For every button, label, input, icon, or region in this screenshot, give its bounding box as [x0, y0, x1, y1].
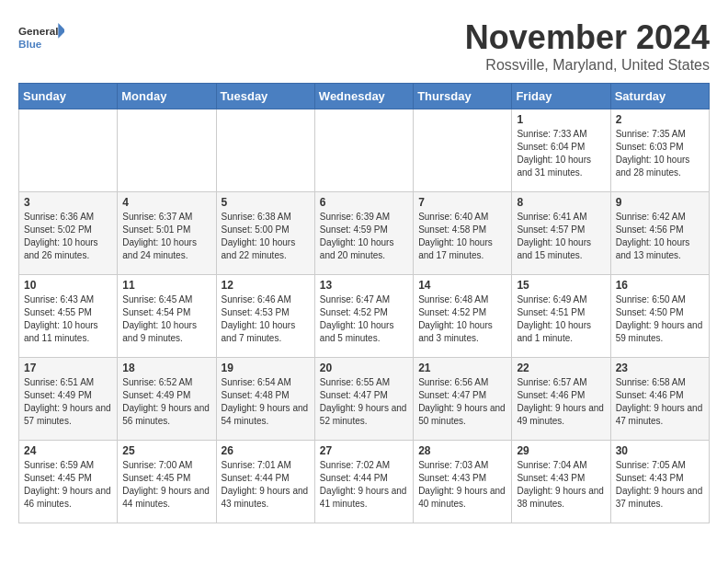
- day-number: 16: [616, 279, 704, 292]
- day-info: Sunrise: 6:50 AM Sunset: 4:50 PM Dayligh…: [616, 293, 704, 345]
- day-info: Sunrise: 6:51 AM Sunset: 4:49 PM Dayligh…: [24, 376, 112, 428]
- day-number: 20: [320, 362, 408, 374]
- table-row: 24Sunrise: 6:59 AM Sunset: 4:45 PM Dayli…: [19, 441, 118, 523]
- header: General Blue November 2024 Rossville, Ma…: [18, 18, 710, 74]
- day-info: Sunrise: 6:52 AM Sunset: 4:49 PM Dayligh…: [122, 376, 210, 428]
- table-row: [414, 109, 512, 192]
- calendar-week-row: 10Sunrise: 6:43 AM Sunset: 4:55 PM Dayli…: [19, 275, 710, 358]
- table-row: 27Sunrise: 7:02 AM Sunset: 4:44 PM Dayli…: [314, 441, 413, 523]
- table-row: 23Sunrise: 6:58 AM Sunset: 4:46 PM Dayli…: [610, 358, 709, 441]
- day-number: 10: [24, 279, 112, 292]
- table-row: 6Sunrise: 6:39 AM Sunset: 4:59 PM Daylig…: [314, 192, 413, 275]
- table-row: [19, 109, 118, 192]
- day-info: Sunrise: 7:02 AM Sunset: 4:44 PM Dayligh…: [320, 459, 408, 511]
- day-number: 7: [418, 196, 506, 209]
- table-row: 20Sunrise: 6:55 AM Sunset: 4:47 PM Dayli…: [314, 358, 413, 441]
- table-row: 16Sunrise: 6:50 AM Sunset: 4:50 PM Dayli…: [610, 275, 709, 358]
- day-number: 14: [418, 279, 506, 292]
- svg-text:Blue: Blue: [18, 38, 42, 50]
- day-info: Sunrise: 7:00 AM Sunset: 4:45 PM Dayligh…: [122, 459, 210, 511]
- day-number: 27: [320, 444, 408, 457]
- subtitle: Rossville, Maryland, United States: [465, 57, 710, 74]
- header-tuesday: Tuesday: [216, 84, 314, 109]
- day-info: Sunrise: 6:39 AM Sunset: 4:59 PM Dayligh…: [320, 211, 408, 262]
- day-number: 24: [24, 444, 112, 457]
- table-row: 19Sunrise: 6:54 AM Sunset: 4:48 PM Dayli…: [216, 358, 314, 441]
- day-number: 5: [222, 196, 310, 209]
- calendar-week-row: 17Sunrise: 6:51 AM Sunset: 4:49 PM Dayli…: [19, 358, 710, 441]
- day-info: Sunrise: 6:45 AM Sunset: 4:54 PM Dayligh…: [122, 293, 210, 345]
- day-info: Sunrise: 6:47 AM Sunset: 4:52 PM Dayligh…: [320, 293, 408, 345]
- day-number: 25: [122, 444, 210, 457]
- table-row: 26Sunrise: 7:01 AM Sunset: 4:44 PM Dayli…: [216, 441, 314, 523]
- calendar-table: Sunday Monday Tuesday Wednesday Thursday…: [18, 83, 710, 523]
- header-sunday: Sunday: [19, 84, 118, 109]
- table-row: 13Sunrise: 6:47 AM Sunset: 4:52 PM Dayli…: [314, 275, 413, 358]
- table-row: 29Sunrise: 7:04 AM Sunset: 4:43 PM Dayli…: [512, 441, 610, 523]
- day-info: Sunrise: 6:36 AM Sunset: 5:02 PM Dayligh…: [24, 211, 112, 262]
- day-info: Sunrise: 6:49 AM Sunset: 4:51 PM Dayligh…: [517, 293, 605, 345]
- calendar-week-row: 1Sunrise: 7:33 AM Sunset: 6:04 PM Daylig…: [19, 109, 710, 192]
- day-info: Sunrise: 6:46 AM Sunset: 4:53 PM Dayligh…: [222, 293, 310, 345]
- day-info: Sunrise: 6:40 AM Sunset: 4:58 PM Dayligh…: [418, 211, 506, 262]
- day-info: Sunrise: 6:48 AM Sunset: 4:52 PM Dayligh…: [418, 293, 506, 345]
- day-info: Sunrise: 7:05 AM Sunset: 4:43 PM Dayligh…: [616, 459, 704, 511]
- day-info: Sunrise: 7:01 AM Sunset: 4:44 PM Dayligh…: [222, 459, 310, 511]
- header-saturday: Saturday: [610, 84, 709, 109]
- logo: General Blue: [18, 18, 64, 55]
- day-info: Sunrise: 6:41 AM Sunset: 4:57 PM Dayligh…: [517, 211, 605, 262]
- day-number: 2: [616, 113, 704, 126]
- header-thursday: Thursday: [414, 84, 512, 109]
- table-row: 21Sunrise: 6:56 AM Sunset: 4:47 PM Dayli…: [414, 358, 512, 441]
- day-info: Sunrise: 6:42 AM Sunset: 4:56 PM Dayligh…: [616, 211, 704, 262]
- day-info: Sunrise: 6:58 AM Sunset: 4:46 PM Dayligh…: [616, 376, 704, 428]
- table-row: 30Sunrise: 7:05 AM Sunset: 4:43 PM Dayli…: [610, 441, 709, 523]
- table-row: [314, 109, 413, 192]
- day-number: 19: [222, 362, 310, 374]
- table-row: 18Sunrise: 6:52 AM Sunset: 4:49 PM Dayli…: [118, 358, 216, 441]
- calendar-week-row: 24Sunrise: 6:59 AM Sunset: 4:45 PM Dayli…: [19, 441, 710, 523]
- day-number: 11: [122, 279, 210, 292]
- table-row: 14Sunrise: 6:48 AM Sunset: 4:52 PM Dayli…: [414, 275, 512, 358]
- day-info: Sunrise: 6:43 AM Sunset: 4:55 PM Dayligh…: [24, 293, 112, 345]
- table-row: 4Sunrise: 6:37 AM Sunset: 5:01 PM Daylig…: [118, 192, 216, 275]
- header-monday: Monday: [118, 84, 216, 109]
- calendar-header-row: Sunday Monday Tuesday Wednesday Thursday…: [19, 84, 710, 109]
- table-row: 15Sunrise: 6:49 AM Sunset: 4:51 PM Dayli…: [512, 275, 610, 358]
- day-number: 4: [122, 196, 210, 209]
- table-row: 12Sunrise: 6:46 AM Sunset: 4:53 PM Dayli…: [216, 275, 314, 358]
- svg-text:General: General: [18, 25, 58, 37]
- day-number: 22: [517, 362, 605, 374]
- header-friday: Friday: [512, 84, 610, 109]
- day-number: 3: [24, 196, 112, 209]
- table-row: 22Sunrise: 6:57 AM Sunset: 4:46 PM Dayli…: [512, 358, 610, 441]
- day-number: 29: [517, 444, 605, 457]
- day-info: Sunrise: 7:35 AM Sunset: 6:03 PM Dayligh…: [616, 128, 704, 179]
- title-area: November 2024 Rossville, Maryland, Unite…: [465, 18, 710, 74]
- main-title: November 2024: [465, 18, 710, 57]
- day-number: 17: [24, 362, 112, 374]
- day-number: 15: [517, 279, 605, 292]
- day-number: 28: [418, 444, 506, 457]
- logo-svg: General Blue: [18, 18, 64, 55]
- day-number: 18: [122, 362, 210, 374]
- table-row: 7Sunrise: 6:40 AM Sunset: 4:58 PM Daylig…: [414, 192, 512, 275]
- day-number: 26: [222, 444, 310, 457]
- day-info: Sunrise: 6:56 AM Sunset: 4:47 PM Dayligh…: [418, 376, 506, 428]
- svg-marker-2: [58, 23, 64, 39]
- day-number: 13: [320, 279, 408, 292]
- day-info: Sunrise: 6:38 AM Sunset: 5:00 PM Dayligh…: [222, 211, 310, 262]
- table-row: [118, 109, 216, 192]
- table-row: 9Sunrise: 6:42 AM Sunset: 4:56 PM Daylig…: [610, 192, 709, 275]
- table-row: 8Sunrise: 6:41 AM Sunset: 4:57 PM Daylig…: [512, 192, 610, 275]
- day-number: 30: [616, 444, 704, 457]
- header-wednesday: Wednesday: [314, 84, 413, 109]
- day-number: 21: [418, 362, 506, 374]
- table-row: 1Sunrise: 7:33 AM Sunset: 6:04 PM Daylig…: [512, 109, 610, 192]
- table-row: 2Sunrise: 7:35 AM Sunset: 6:03 PM Daylig…: [610, 109, 709, 192]
- table-row: [216, 109, 314, 192]
- day-info: Sunrise: 6:37 AM Sunset: 5:01 PM Dayligh…: [122, 211, 210, 262]
- calendar-week-row: 3Sunrise: 6:36 AM Sunset: 5:02 PM Daylig…: [19, 192, 710, 275]
- day-info: Sunrise: 6:59 AM Sunset: 4:45 PM Dayligh…: [24, 459, 112, 511]
- day-number: 12: [222, 279, 310, 292]
